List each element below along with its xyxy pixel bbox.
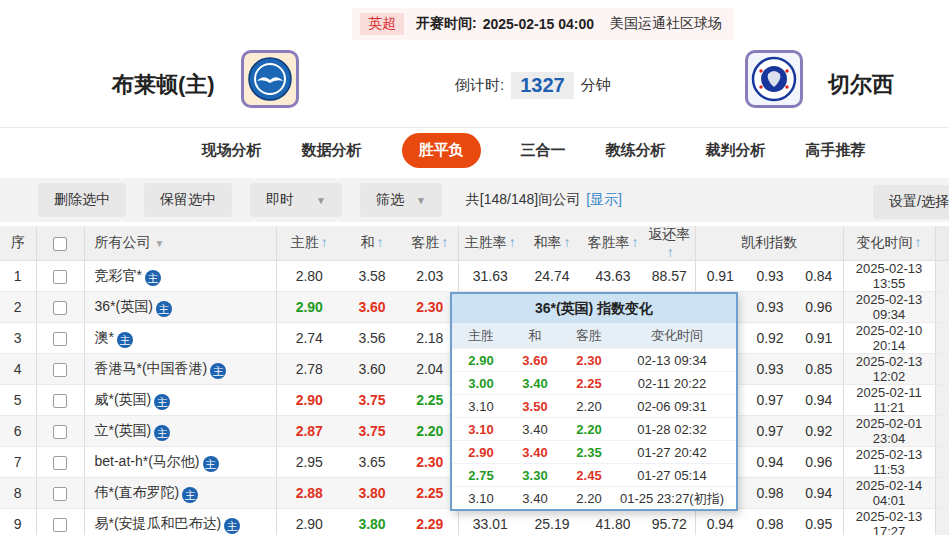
league-badge: 英超 xyxy=(360,13,404,35)
company-name[interactable]: 易*(安提瓜和巴布达)主 xyxy=(84,509,276,535)
sort-asc-icon: ↑ xyxy=(509,234,516,250)
filter-button[interactable]: 筛选 ▼ xyxy=(360,183,442,217)
away-rate: 41.80 xyxy=(582,509,644,535)
col-header-draw[interactable]: 和↑ xyxy=(342,226,402,261)
home-odds[interactable]: 2.90 xyxy=(276,509,342,535)
home-badge-icon: 主 xyxy=(117,332,133,348)
company-name[interactable]: 香港马*(中国香港)主 xyxy=(84,354,276,385)
draw-rate: 25.19 xyxy=(522,509,582,535)
home-odds[interactable]: 2.74 xyxy=(276,323,342,354)
show-companies-link[interactable]: [显示] xyxy=(586,191,622,209)
sort-asc-icon: ↑ xyxy=(377,234,384,250)
select-all-checkbox[interactable] xyxy=(53,237,67,251)
col-header-home-win[interactable]: 主胜↑ xyxy=(276,226,342,261)
home-odds[interactable]: 2.78 xyxy=(276,354,342,385)
away-odds[interactable]: 2.29 xyxy=(402,509,458,535)
home-odds[interactable]: 2.80 xyxy=(276,261,342,292)
draw-odds[interactable]: 3.60 xyxy=(342,292,402,323)
home-badge-icon: 主 xyxy=(203,456,219,472)
col-header-return-rate[interactable]: 返还率↑ xyxy=(644,226,695,261)
delete-selected-button[interactable]: 删除选中 xyxy=(38,183,126,217)
row-checkbox[interactable] xyxy=(53,332,67,346)
table-row: 1竞彩官*主2.803.582.0331.6324.7443.6388.570.… xyxy=(0,261,949,292)
odds-mode-select[interactable]: 即时 ▼ xyxy=(250,183,342,217)
row-index: 5 xyxy=(0,385,36,416)
tab-item[interactable]: 数据分析 xyxy=(302,141,362,160)
settings-select-button[interactable]: 设置/选择 xyxy=(873,185,949,219)
change-time: 2025-02-14 04:01 xyxy=(843,478,935,509)
company-name[interactable]: 立*(英国)主 xyxy=(84,416,276,447)
table-header-row: 序 所有公司▼ 主胜↑ 和↑ 客胜↑ 主胜率↑ 和率↑ 客胜率↑ 返还率↑ 凯利… xyxy=(0,226,949,261)
filter-label: 筛选 xyxy=(376,191,404,207)
row-checkbox[interactable] xyxy=(53,363,67,377)
draw-odds[interactable]: 3.80 xyxy=(342,509,402,535)
row-checkbox[interactable] xyxy=(53,425,67,439)
home-odds[interactable]: 2.88 xyxy=(276,478,342,509)
col-header-company[interactable]: 所有公司▼ xyxy=(84,226,276,261)
popup-draw-odds: 3.40 xyxy=(510,372,560,395)
odds-comparison-page: 英超 开赛时间: 2025-02-15 04:00 美国运通社区球场 布莱顿(主… xyxy=(0,0,949,535)
col-header-draw-rate[interactable]: 和率↑ xyxy=(522,226,582,261)
kelly-index: 0.94 xyxy=(745,447,795,478)
col-header-home-rate[interactable]: 主胜率↑ xyxy=(458,226,522,261)
company-name[interactable]: 伟*(直布罗陀)主 xyxy=(84,478,276,509)
extra-cell xyxy=(935,416,949,447)
popup-draw-odds: 3.40 xyxy=(510,418,560,441)
popup-away-odds: 2.45 xyxy=(560,464,618,487)
company-name[interactable]: bet-at-h*(马尔他)主 xyxy=(84,447,276,478)
popup-change-time: 01-28 02:32 xyxy=(618,418,736,441)
home-badge-icon: 主 xyxy=(210,363,226,379)
tab-item[interactable]: 裁判分析 xyxy=(706,141,766,160)
company-label: 易*(安提瓜和巴布达) xyxy=(95,515,222,531)
draw-odds[interactable]: 3.60 xyxy=(342,354,402,385)
row-checkbox[interactable] xyxy=(53,394,67,408)
tab-item[interactable]: 教练分析 xyxy=(606,141,666,160)
kelly-index: 0.94 xyxy=(795,478,843,509)
draw-odds[interactable]: 3.58 xyxy=(342,261,402,292)
row-checkbox[interactable] xyxy=(53,518,67,532)
popup-draw-odds: 3.40 xyxy=(510,487,560,510)
kelly-index: 0.98 xyxy=(745,478,795,509)
tab-active[interactable]: 胜平负 xyxy=(402,133,481,168)
draw-odds[interactable]: 3.75 xyxy=(342,385,402,416)
company-name[interactable]: 澳*主 xyxy=(84,323,276,354)
popup-odds-row: 2.903.602.3002-13 09:34 xyxy=(452,348,736,371)
company-name[interactable]: 竞彩官*主 xyxy=(84,261,276,292)
tab-item[interactable]: 三合一 xyxy=(521,141,566,160)
popup-draw-odds: 3.40 xyxy=(510,441,560,464)
home-odds[interactable]: 2.95 xyxy=(276,447,342,478)
col-header-change-time[interactable]: 变化时间↑ xyxy=(843,226,935,261)
col-header-extra xyxy=(935,226,949,261)
home-odds[interactable]: 2.90 xyxy=(276,385,342,416)
venue-name: 美国运通社区球场 xyxy=(610,15,722,33)
row-checkbox[interactable] xyxy=(53,456,67,470)
tab-item[interactable]: 现场分析 xyxy=(202,141,262,160)
change-time: 2025-02-13 17:27 xyxy=(843,509,935,535)
row-checkbox-cell xyxy=(36,354,84,385)
popup-col-home: 主胜 xyxy=(452,323,510,348)
home-odds[interactable]: 2.87 xyxy=(276,416,342,447)
tab-item[interactable]: 高手推荐 xyxy=(806,141,866,160)
sort-asc-icon: ↑ xyxy=(321,234,328,250)
home-odds[interactable]: 2.90 xyxy=(276,292,342,323)
draw-odds[interactable]: 3.65 xyxy=(342,447,402,478)
row-checkbox[interactable] xyxy=(53,487,67,501)
sort-asc-icon: ↑ xyxy=(441,234,448,250)
col-header-away-win[interactable]: 客胜↑ xyxy=(402,226,458,261)
col-header-away-rate[interactable]: 客胜率↑ xyxy=(582,226,644,261)
kickoff-label: 开赛时间: xyxy=(416,15,477,33)
draw-odds[interactable]: 3.75 xyxy=(342,416,402,447)
popup-change-time: 01-25 23:27(初指) xyxy=(618,487,736,510)
company-name[interactable]: 36*(英国)主 xyxy=(84,292,276,323)
company-name[interactable]: 威*(英国)主 xyxy=(84,385,276,416)
row-checkbox[interactable] xyxy=(53,301,67,315)
kelly-index: 0.95 xyxy=(795,509,843,535)
popup-odds-row: 2.903.402.3501-27 20:42 xyxy=(452,440,736,463)
keep-selected-button[interactable]: 保留选中 xyxy=(144,183,232,217)
draw-odds[interactable]: 3.56 xyxy=(342,323,402,354)
row-checkbox[interactable] xyxy=(53,270,67,284)
kelly-index: 0.93 xyxy=(745,292,795,323)
away-odds[interactable]: 2.03 xyxy=(402,261,458,292)
return-rate: 95.72 xyxy=(644,509,695,535)
draw-odds[interactable]: 3.80 xyxy=(342,478,402,509)
